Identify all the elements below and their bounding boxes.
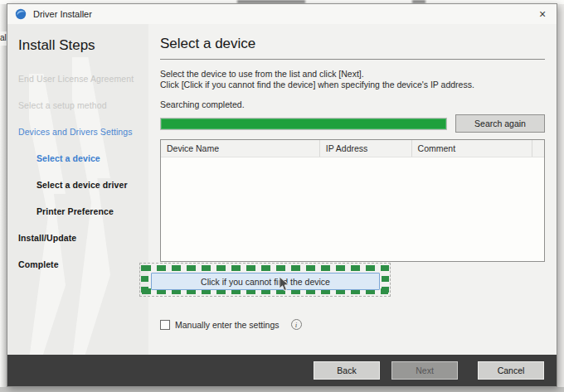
next-button[interactable]: Next	[391, 361, 458, 380]
highlight-dashes-left	[141, 265, 148, 294]
instructions-text: Select the device to use from the list a…	[160, 69, 545, 90]
step-printer-preference: Printer Preference	[18, 206, 148, 216]
step-complete: Complete	[18, 259, 148, 269]
driver-installer-window: Driver Installer × Install Steps End Use…	[7, 3, 557, 387]
manually-enter-settings-checkbox[interactable]	[160, 320, 170, 330]
heading-divider	[160, 59, 545, 60]
close-icon[interactable]: ×	[533, 6, 552, 22]
window-content: Install Steps End User License Agreement…	[7, 24, 557, 355]
column-header-ip-address[interactable]: IP Address	[320, 140, 412, 157]
background-left-strip	[0, 4, 7, 392]
search-progress-row: Search again	[160, 114, 545, 133]
step-end-user-license-agreement: End User License Agreement	[18, 74, 148, 84]
install-steps-list: End User License Agreement Select a setu…	[7, 74, 148, 269]
search-status-text: Searching completed.	[160, 99, 545, 109]
background-bottom-strip	[0, 387, 564, 392]
background-right-strip	[557, 4, 564, 387]
step-select-a-device-driver: Select a device driver	[18, 180, 148, 190]
search-progress-bar	[160, 118, 447, 130]
window-title: Driver Installer	[33, 9, 92, 19]
search-progress-fill	[161, 119, 446, 129]
highlight-dashes-top	[142, 265, 388, 271]
device-list-table[interactable]: Device Name IP Address Comment	[160, 139, 545, 262]
step-install-update: Install/Update	[18, 233, 148, 243]
manual-settings-row: Manually enter the settings i	[160, 319, 545, 330]
click-if-cannot-find-device-button[interactable]: Click if you cannot find the device	[151, 273, 380, 290]
page-title: Select a device	[160, 36, 545, 52]
device-table-header: Device Name IP Address Comment	[161, 140, 544, 157]
highlight-dashes-right	[382, 265, 389, 294]
search-again-button[interactable]: Search again	[455, 114, 545, 133]
cancel-button[interactable]: Cancel	[478, 361, 544, 380]
tutorial-highlight-box: Click if you cannot find the device	[139, 263, 391, 297]
device-table-body-empty[interactable]	[161, 157, 544, 261]
column-header-filler	[532, 140, 544, 157]
titlebar[interactable]: Driver Installer ×	[7, 4, 557, 24]
main-pane: Select a device Select the device to use…	[148, 24, 557, 355]
back-button[interactable]: Back	[314, 361, 380, 380]
step-select-a-setup-method: Select a setup method	[18, 100, 148, 110]
info-icon[interactable]: i	[291, 319, 302, 330]
step-select-a-device: Select a device	[18, 153, 148, 163]
column-header-comment[interactable]: Comment	[412, 140, 533, 157]
instructions-line-1: Select the device to use from the list a…	[160, 69, 545, 80]
background-text-fragment: al	[0, 31, 7, 46]
instructions-line-2: Click [Click if you cannot find the devi…	[160, 80, 545, 90]
install-steps-sidebar: Install Steps End User License Agreement…	[7, 24, 148, 355]
sidebar-heading: Install Steps	[7, 24, 148, 54]
footer-button-bar: Back Next Cancel	[7, 355, 557, 386]
column-header-device-name[interactable]: Device Name	[161, 140, 320, 157]
mouse-cursor-icon	[279, 276, 290, 293]
app-icon	[15, 8, 27, 20]
manually-enter-settings-label: Manually enter the settings	[175, 320, 280, 330]
step-devices-and-drivers-settings: Devices and Drivers Settings	[18, 127, 148, 137]
